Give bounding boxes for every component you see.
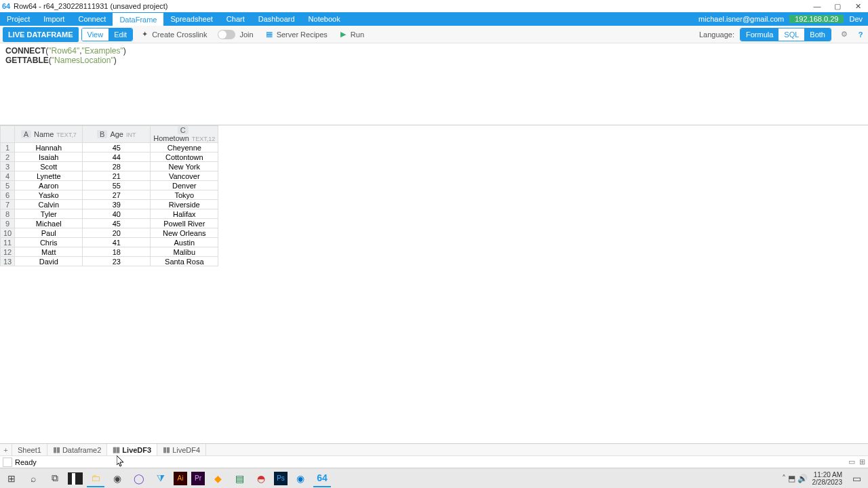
join-button[interactable]: Join: [214, 27, 257, 42]
cell-age[interactable]: 45: [83, 143, 151, 152]
cell-hometown[interactable]: Santa Rosa: [151, 257, 218, 266]
cell-hometown[interactable]: Halifax: [151, 209, 218, 219]
column-header-c[interactable]: CHometownTEXT,12: [151, 126, 218, 143]
run-button[interactable]: ▶ Run: [334, 27, 368, 42]
settings-button[interactable]: ⚙: [838, 28, 850, 41]
lang-both[interactable]: Both: [804, 28, 831, 41]
row64-taskbar-icon[interactable]: 64: [313, 470, 331, 487]
photoshop-icon[interactable]: Ps: [274, 472, 288, 485]
cell-age[interactable]: 41: [83, 238, 151, 247]
row-number[interactable]: 13: [1, 257, 15, 266]
edit-button[interactable]: Edit: [108, 28, 132, 41]
clock[interactable]: 11:20 AM 2/28/2023: [812, 471, 844, 486]
layout-icon-2[interactable]: ⊞: [859, 458, 865, 466]
sheet-tab-livedf3[interactable]: ▮▮LiveDF3: [107, 444, 157, 455]
vscode-icon[interactable]: ⧩: [152, 470, 170, 487]
table-row[interactable]: 3 Scott 28 New York: [1, 162, 218, 171]
cell-hometown[interactable]: Cheyenne: [151, 143, 218, 152]
system-tray[interactable]: ˄ ⬒ 🔊: [782, 474, 808, 483]
menu-project[interactable]: Project: [0, 12, 37, 26]
column-header-b[interactable]: BAgeINT: [83, 126, 151, 143]
sheet-tab-livedf4[interactable]: ▮▮LiveDF4: [157, 444, 206, 455]
row-number[interactable]: 10: [1, 228, 15, 238]
table-row[interactable]: 2 Isaiah 44 Cottontown: [1, 152, 218, 162]
cell-name[interactable]: Calvin: [15, 200, 83, 209]
row-number[interactable]: 4: [1, 171, 15, 181]
notifications-icon[interactable]: ▭: [848, 470, 865, 487]
view-button[interactable]: View: [82, 28, 109, 41]
cell-hometown[interactable]: Malibu: [151, 247, 218, 257]
menu-dashboard[interactable]: Dashboard: [252, 12, 302, 26]
app-icon-1[interactable]: ◓: [252, 470, 270, 487]
cell-name[interactable]: Isaiah: [15, 152, 83, 162]
maximize-button[interactable]: ▢: [827, 0, 848, 12]
menu-notebook[interactable]: Notebook: [302, 12, 347, 26]
cell-name[interactable]: Yasko: [15, 190, 83, 200]
start-button[interactable]: ⊞: [3, 470, 20, 487]
cell-name[interactable]: Scott: [15, 162, 83, 171]
table-row[interactable]: 7 Calvin 39 Riverside: [1, 200, 218, 209]
lang-sql[interactable]: SQL: [778, 28, 804, 41]
menu-import[interactable]: Import: [37, 12, 71, 26]
row-number[interactable]: 1: [1, 143, 15, 152]
cell-age[interactable]: 23: [83, 257, 151, 266]
cell-hometown[interactable]: New Orleans: [151, 228, 218, 238]
cell-name[interactable]: Lynette: [15, 171, 83, 181]
server-recipes-button[interactable]: ▦ Server Recipes: [260, 27, 332, 42]
cell-name[interactable]: Hannah: [15, 143, 83, 152]
table-row[interactable]: 10 Paul 20 New Orleans: [1, 228, 218, 238]
cell-hometown[interactable]: Denver: [151, 181, 218, 190]
corner-cell[interactable]: [1, 126, 15, 143]
row-number[interactable]: 6: [1, 190, 15, 200]
table-row[interactable]: 4 Lynette 21 Vancover: [1, 171, 218, 181]
server-ip[interactable]: 192.168.0.29: [789, 15, 844, 23]
row-number[interactable]: 9: [1, 219, 15, 228]
table-row[interactable]: 9 Michael 45 Powell River: [1, 219, 218, 228]
table-row[interactable]: 13 David 23 Santa Rosa: [1, 257, 218, 266]
dev-mode[interactable]: Dev: [844, 15, 868, 23]
column-header-a[interactable]: ANameTEXT,7: [15, 126, 83, 143]
cell-hometown[interactable]: Austin: [151, 238, 218, 247]
cell-name[interactable]: Chris: [15, 238, 83, 247]
table-row[interactable]: 5 Aaron 55 Denver: [1, 181, 218, 190]
table-row[interactable]: 8 Tyler 40 Halifax: [1, 209, 218, 219]
cell-age[interactable]: 18: [83, 247, 151, 257]
sheet-tab-sheet1[interactable]: Sheet1: [12, 444, 47, 455]
table-row[interactable]: 11 Chris 41 Austin: [1, 238, 218, 247]
edge-icon[interactable]: ◉: [292, 470, 309, 487]
menu-chart[interactable]: Chart: [220, 12, 252, 26]
cell-age[interactable]: 40: [83, 209, 151, 219]
cell-hometown[interactable]: Riverside: [151, 200, 218, 209]
lang-formula[interactable]: Formula: [741, 28, 778, 41]
cell-name[interactable]: Michael: [15, 219, 83, 228]
sheet-tab-dataframe2[interactable]: ▮▮Dataframe2: [47, 444, 107, 455]
layout-icon-1[interactable]: ▭: [848, 458, 855, 466]
cell-age[interactable]: 28: [83, 162, 151, 171]
cell-name[interactable]: Tyler: [15, 209, 83, 219]
cell-hometown[interactable]: Cottontown: [151, 152, 218, 162]
cell-hometown[interactable]: Tokyo: [151, 190, 218, 200]
menu-connect[interactable]: Connect: [71, 12, 113, 26]
cell-age[interactable]: 20: [83, 228, 151, 238]
task-view-icon[interactable]: ⧉: [46, 470, 64, 487]
row-number[interactable]: 12: [1, 247, 15, 257]
cell-name[interactable]: Matt: [15, 247, 83, 257]
close-button[interactable]: ✕: [848, 0, 868, 12]
row-number[interactable]: 8: [1, 209, 15, 219]
row-number[interactable]: 11: [1, 238, 15, 247]
data-grid[interactable]: ANameTEXT,7 BAgeINT CHometownTEXT,12 1 H…: [0, 125, 868, 443]
cell-age[interactable]: 44: [83, 152, 151, 162]
menu-dataframe[interactable]: DataFrame: [113, 12, 163, 26]
cell-hometown[interactable]: Powell River: [151, 219, 218, 228]
create-crosslink-button[interactable]: ✦ Create Crosslink: [136, 27, 211, 42]
table-row[interactable]: 12 Matt 18 Malibu: [1, 247, 218, 257]
cell-age[interactable]: 27: [83, 190, 151, 200]
help-button[interactable]: ?: [856, 30, 865, 39]
join-toggle[interactable]: [218, 30, 235, 39]
row-number[interactable]: 2: [1, 152, 15, 162]
row-number[interactable]: 5: [1, 181, 15, 190]
cell-age[interactable]: 21: [83, 171, 151, 181]
premiere-icon[interactable]: Pr: [191, 472, 205, 485]
cell-hometown[interactable]: New York: [151, 162, 218, 171]
cell-age[interactable]: 55: [83, 181, 151, 190]
